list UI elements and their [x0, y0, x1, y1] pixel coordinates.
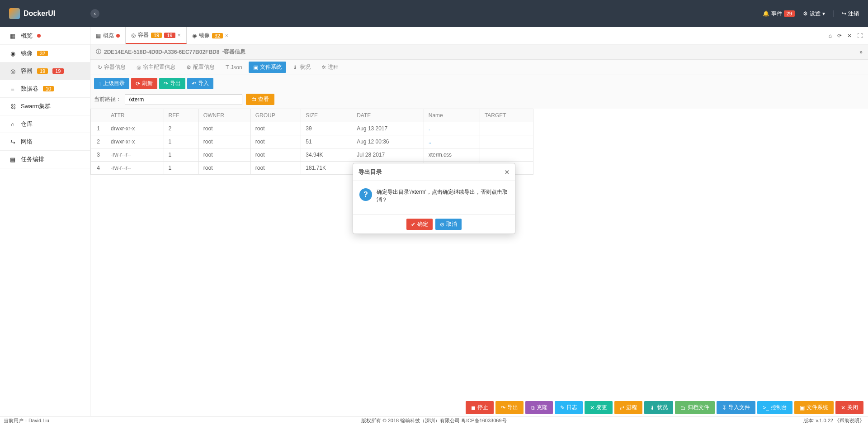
modal-backdrop[interactable]	[0, 0, 868, 27]
